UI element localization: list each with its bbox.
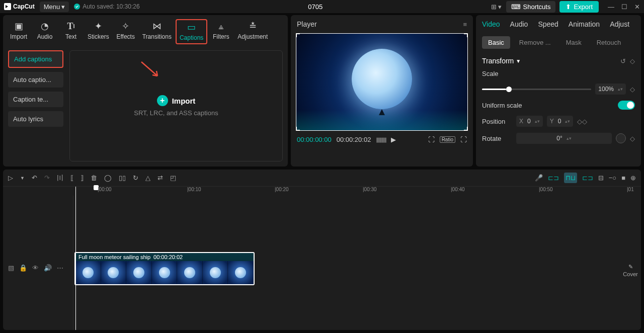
uniform-scale-toggle[interactable] <box>618 101 635 110</box>
subtab-retouch[interactable]: Retouch <box>591 36 627 49</box>
scale-keyframe-icon[interactable]: ◇ <box>630 86 635 93</box>
rotate-keyframe-icon[interactable]: ◇ <box>630 135 635 142</box>
chevron-down-icon: ▾ <box>61 3 65 11</box>
prop-tab-animation[interactable]: Animation <box>569 20 600 31</box>
redo-button[interactable]: ↷ <box>44 174 50 182</box>
app-logo: CapCut <box>4 3 35 10</box>
snap-right-icon[interactable]: ⊏⊐ <box>582 174 593 182</box>
timeline-tracks[interactable]: Full moon meteor sailing ship 00:00:20:0… <box>73 196 641 330</box>
keyframe-icon[interactable]: ◇ <box>630 57 635 65</box>
subtab-remove[interactable]: Remove ... <box>513 36 557 49</box>
preview-render-icon[interactable]: ■ <box>621 174 625 182</box>
track-more-icon[interactable]: ⋯ <box>57 264 63 272</box>
media-tabs: ▣Import ◔Audio TIText ✦Stickers ✧Effects… <box>3 15 288 46</box>
ratio-button[interactable]: Ratio <box>440 136 455 143</box>
tab-adjustment[interactable]: ≛Adjustment <box>234 19 271 44</box>
duplicate-tool[interactable]: ▯▯ <box>119 174 126 182</box>
crop-handle-tr[interactable] <box>464 33 468 37</box>
trim-left-tool[interactable]: ⟦ <box>70 174 73 182</box>
position-keyframe-icon[interactable]: ◇◇ <box>577 118 587 125</box>
track-visible-icon[interactable]: 👁 <box>32 264 39 272</box>
subtab-mask[interactable]: Mask <box>560 36 588 49</box>
export-button[interactable]: ⬆ Export <box>559 1 599 13</box>
play-button[interactable]: ▶ <box>391 136 396 143</box>
zoom-out-icon[interactable]: −○ <box>609 174 616 182</box>
rotate-dial[interactable] <box>616 133 626 143</box>
import-captions-area[interactable]: + Import SRT, LRC, and ASS captions <box>69 50 283 161</box>
scale-input[interactable]: 100%▴▾ <box>595 84 626 95</box>
tab-filters-label: Filters <box>213 33 229 40</box>
track-collapse-icon[interactable]: ▧ <box>8 264 14 272</box>
sidebar-item-add-captions[interactable]: Add captions <box>8 50 63 68</box>
tab-captions[interactable]: ▭Captions <box>176 19 207 44</box>
split-tool[interactable]: 〣 <box>57 174 63 183</box>
sidebar-item-auto-lyrics[interactable]: Auto lyrics <box>8 111 63 127</box>
crop-handle-bl[interactable] <box>296 127 300 131</box>
crop-handle-tl[interactable] <box>296 33 300 37</box>
zoom-fit-icon[interactable]: ⊕ <box>630 174 636 182</box>
rotate-input[interactable]: 0°▴▾ <box>516 133 612 144</box>
chevron-down-icon: ▼ <box>516 58 521 64</box>
upload-icon: ⬆ <box>566 3 571 11</box>
prop-tab-adjust[interactable]: Adjust <box>610 20 629 31</box>
ruler-tick: |00:00 <box>98 187 112 192</box>
trim-right-tool[interactable]: ⟧ <box>80 174 84 182</box>
scale-slider-thumb[interactable] <box>506 87 512 92</box>
properties-panel: Video Audio Speed Animation Adjust Basic… <box>476 15 641 166</box>
maximize-icon[interactable]: ☐ <box>621 3 627 11</box>
volume-bars-icon[interactable]: ▮▮▮▮ <box>376 136 386 143</box>
delete-tool[interactable]: 🗑 <box>91 174 97 182</box>
selection-tool[interactable]: ▷ <box>8 174 13 182</box>
prop-tab-speed[interactable]: Speed <box>538 20 558 31</box>
marker-tool[interactable]: ◯ <box>104 174 112 182</box>
sync-tool[interactable]: ⇄ <box>157 174 163 182</box>
shortcuts-button[interactable]: ⌨ Shortcuts <box>506 1 556 13</box>
tab-text[interactable]: TIText <box>58 19 84 44</box>
crop-tool[interactable]: ◰ <box>170 174 176 182</box>
fit-frame-icon[interactable]: ⛶ <box>428 136 435 143</box>
refresh-tool[interactable]: ↻ <box>133 174 138 182</box>
tab-effects[interactable]: ✧Effects <box>113 19 138 44</box>
timeline-left-column: ▧ 🔒 👁 🔊 ⋯ ✎ Cover <box>3 196 73 330</box>
timeline-panel: ▷ ▼ ↶ ↷ 〣 ⟦ ⟧ 🗑 ◯ ▯▯ ↻ △ ⇄ ◰ 🎤 ⊏⊐ ⊓⊔ ⊏⊐ … <box>3 170 641 330</box>
subtab-basic[interactable]: Basic <box>482 36 510 49</box>
arrange-icon[interactable]: ⊟ <box>598 174 604 182</box>
tab-audio[interactable]: ◔Audio <box>32 19 57 44</box>
tab-stickers[interactable]: ✦Stickers <box>85 19 112 44</box>
timeline-ruler[interactable]: |00:00 |00:10 |00:20 |00:30 |00:40 |00:5… <box>94 187 641 196</box>
ruler-tick: |00:10 <box>187 187 201 192</box>
undo-button[interactable]: ↶ <box>32 174 37 182</box>
transform-header[interactable]: Transform ▼ <box>482 57 521 65</box>
minimize-icon[interactable]: — <box>608 3 614 11</box>
track-mute-icon[interactable]: 🔊 <box>44 264 52 272</box>
mirror-tool[interactable]: △ <box>145 174 150 182</box>
prop-tab-video[interactable]: Video <box>482 20 500 31</box>
video-preview[interactable] <box>296 33 468 131</box>
selection-dropdown[interactable]: ▼ <box>20 176 25 181</box>
tab-captions-label: Captions <box>180 34 203 41</box>
tab-filters[interactable]: ⟁Filters <box>208 19 233 44</box>
scale-slider[interactable] <box>482 89 591 90</box>
layout-icon[interactable]: ⊞ ▾ <box>491 3 502 11</box>
track-lock-icon[interactable]: 🔒 <box>19 264 27 272</box>
transform-label: Transform <box>482 57 514 65</box>
tab-import[interactable]: ▣Import <box>6 19 31 44</box>
reset-icon[interactable]: ↺ <box>620 57 626 65</box>
position-x-input[interactable]: X0▴▾ <box>516 116 543 127</box>
position-y-input[interactable]: Y0▴▾ <box>547 116 574 127</box>
fullscreen-icon[interactable]: ⛶ <box>460 136 467 143</box>
video-clip[interactable]: Full moon meteor sailing ship 00:00:20:0… <box>74 252 255 285</box>
snap-left-icon[interactable]: ⊏⊐ <box>548 174 559 182</box>
mic-icon[interactable]: 🎤 <box>535 174 543 182</box>
menu-button[interactable]: Menu ▾ <box>40 2 69 12</box>
sidebar-item-caption-templates[interactable]: Caption te... <box>8 92 63 107</box>
player-menu-icon[interactable]: ≡ <box>463 21 467 28</box>
playhead-line[interactable] <box>75 187 76 330</box>
tab-adjustment-label: Adjustment <box>237 33 268 40</box>
magnet-icon[interactable]: ⊓⊔ <box>564 173 577 183</box>
prop-tab-audio[interactable]: Audio <box>510 20 528 31</box>
tab-transitions[interactable]: ⋈Transitions <box>139 19 175 44</box>
close-icon[interactable]: ✕ <box>634 3 640 11</box>
crop-handle-br[interactable] <box>464 127 468 131</box>
sidebar-item-auto-captions[interactable]: Auto captio... <box>8 72 63 88</box>
